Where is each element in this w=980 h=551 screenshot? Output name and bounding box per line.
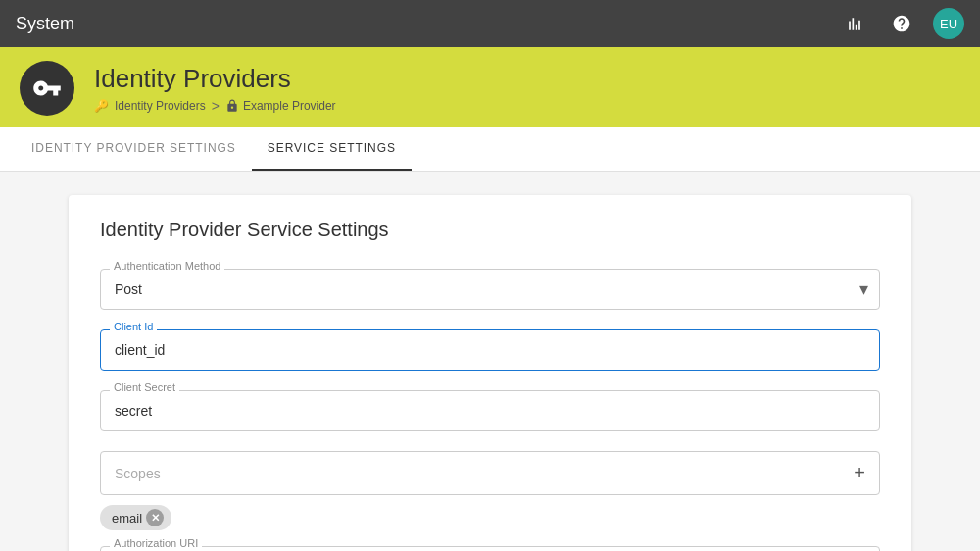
settings-card-title: Identity Provider Service Settings xyxy=(100,219,880,241)
client-secret-group: Client Secret xyxy=(100,390,880,431)
main-content: Identity Provider Service Settings Authe… xyxy=(0,172,980,551)
help-icon xyxy=(892,14,911,33)
tab-identity-provider-settings[interactable]: IDENTITY PROVIDER SETTINGS xyxy=(16,127,252,171)
header-text-block: Identity Providers 🔑 Identity Providers … xyxy=(94,64,336,114)
email-chip: email ✕ xyxy=(100,505,172,530)
auth-method-label: Authentication Method xyxy=(110,260,224,272)
nav-actions: EU xyxy=(839,8,964,39)
breadcrumb-current-label: Example Provider xyxy=(243,99,336,113)
app-title: System xyxy=(16,14,74,34)
settings-card: Identity Provider Service Settings Authe… xyxy=(69,195,911,551)
auth-method-group: Authentication Method Post Basic JWT ▾ xyxy=(100,269,880,310)
client-secret-input[interactable] xyxy=(100,390,880,431)
breadcrumb-link[interactable]: Identity Providers xyxy=(115,99,206,113)
scope-chips: email ✕ xyxy=(100,505,880,530)
chart-icon xyxy=(845,14,864,33)
tabs-bar: IDENTITY PROVIDER SETTINGS SERVICE SETTI… xyxy=(0,127,980,172)
client-id-label: Client Id xyxy=(110,321,157,332)
top-nav: System EU xyxy=(0,0,980,47)
tab-service-settings[interactable]: SERVICE SETTINGS xyxy=(252,127,412,171)
help-icon-button[interactable] xyxy=(886,8,917,39)
key-icon xyxy=(32,74,62,103)
key-breadcrumb-icon: 🔑 xyxy=(94,99,109,113)
add-scope-button[interactable]: + xyxy=(854,462,865,484)
remove-email-chip-button[interactable]: ✕ xyxy=(146,509,164,526)
user-avatar[interactable]: EU xyxy=(933,8,964,39)
auth-uri-label: Authorization URI xyxy=(110,537,202,549)
breadcrumb-separator: > xyxy=(212,98,220,114)
chip-label: email xyxy=(112,511,142,526)
lock-icon xyxy=(225,99,239,113)
client-id-group: Client Id xyxy=(100,329,880,371)
client-id-input[interactable] xyxy=(100,329,880,371)
header-icon xyxy=(20,61,74,116)
auth-uri-input[interactable] xyxy=(100,546,880,551)
scopes-row: Scopes + xyxy=(100,451,880,495)
page-title: Identity Providers xyxy=(94,64,336,94)
client-secret-label: Client Secret xyxy=(110,381,179,393)
auth-method-select-wrapper: Post Basic JWT ▾ xyxy=(100,269,880,310)
chart-icon-button[interactable] xyxy=(839,8,870,39)
auth-method-select[interactable]: Post Basic JWT xyxy=(100,269,880,310)
scopes-label: Scopes xyxy=(115,466,161,481)
auth-uri-group: Authorization URI xyxy=(100,546,880,551)
breadcrumb: 🔑 Identity Providers > Example Provider xyxy=(94,98,336,114)
breadcrumb-current: Example Provider xyxy=(225,99,336,113)
header-banner: Identity Providers 🔑 Identity Providers … xyxy=(0,47,980,127)
